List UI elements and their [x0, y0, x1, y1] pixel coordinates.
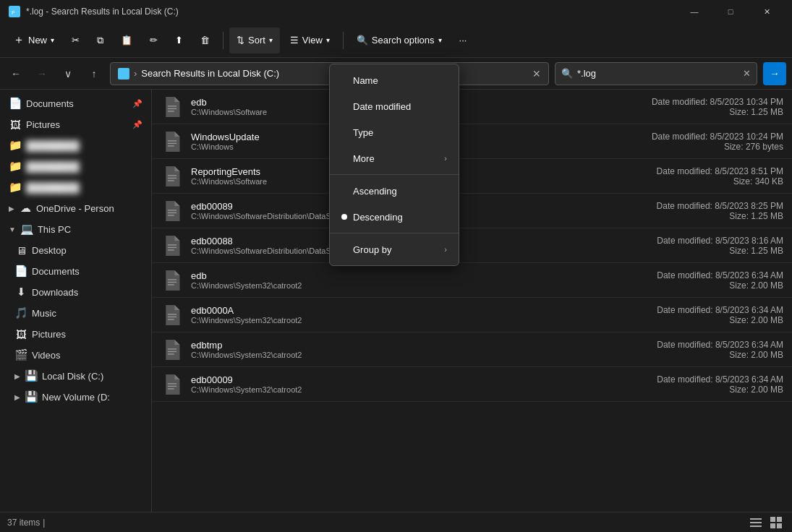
sort-menu-groupby[interactable]: Group by ›	[330, 236, 459, 262]
sort-menu-date-modified[interactable]: Date modified	[330, 93, 459, 119]
sort-button[interactable]: ⇅ Sort ▾	[229, 27, 280, 53]
sidebar-item-videos[interactable]: 🎬 Videos	[3, 345, 148, 365]
descending-dot	[341, 214, 347, 220]
sidebar-item-onedrive[interactable]: ▶ ☁ OneDrive - Person	[3, 198, 148, 218]
sort-menu-type[interactable]: Type	[330, 119, 459, 145]
more-button[interactable]: ···	[452, 27, 474, 53]
sidebar-item-downloads[interactable]: ⬇ Downloads	[3, 282, 148, 302]
file-date: Date modified: 8/5/2023 8:16 AM	[657, 236, 783, 246]
new-button[interactable]: ＋ New ▾	[6, 27, 61, 53]
maximize-button[interactable]: □	[714, 0, 747, 23]
file-meta: Date modified: 8/5/2023 10:34 PM Size: 1…	[652, 97, 783, 117]
file-row[interactable]: edb C:\Windows\Software Date modified: 8…	[152, 90, 792, 124]
file-meta: Date modified: 8/5/2023 6:34 AM Size: 2.…	[657, 305, 783, 325]
sidebar-item-documents[interactable]: 📄 Documents 📌	[3, 93, 148, 113]
groupby-arrow: ›	[444, 245, 447, 254]
svg-rect-25	[168, 353, 174, 354]
sort-menu-more[interactable]: More ›	[330, 145, 459, 171]
sidebar: 📄 Documents 📌 🖼 Pictures 📌 📁 ████████ 📁 …	[0, 90, 152, 512]
file-path: C:\Windows\System32\catroot2	[191, 385, 657, 394]
forward-button[interactable]: →	[32, 64, 52, 84]
sidebar-item-thispc[interactable]: ▼ 💻 This PC	[3, 219, 148, 239]
paste-button[interactable]: 📋	[114, 27, 140, 53]
file-size: Size: 2.00 MB	[657, 280, 783, 291]
file-row[interactable]: edb00088 C:\Windows\SoftwareDistribution…	[152, 228, 792, 263]
sort-menu-ascending[interactable]: Ascending	[330, 178, 459, 204]
status-bar: 37 items |	[0, 512, 792, 532]
up-button[interactable]: ↑	[84, 64, 104, 84]
onedrive-expand: ▶	[9, 205, 14, 213]
file-row[interactable]: ReportingEvents C:\Windows\Software Date…	[152, 159, 792, 194]
share-button[interactable]: ⬆	[168, 27, 190, 53]
file-row[interactable]: edb0000A C:\Windows\System32\catroot2 Da…	[152, 298, 792, 332]
sidebar-item-blurred3[interactable]: 📁 ████████	[3, 177, 148, 197]
search-input[interactable]	[577, 68, 738, 79]
sort-menu-descending[interactable]: Descending	[330, 204, 459, 230]
svg-rect-3	[168, 108, 176, 108]
sidebar-item-desktop[interactable]: 🖥 Desktop	[3, 240, 148, 260]
sidebar-label-desktop: Desktop	[32, 245, 67, 256]
search-clear-button[interactable]: ✕	[743, 68, 751, 79]
cut-button[interactable]: ✂	[64, 27, 87, 53]
back-button[interactable]: ←	[6, 64, 26, 84]
file-row[interactable]: edbtmp C:\Windows\System32\catroot2 Date…	[152, 332, 792, 367]
sidebar-item-localdisk[interactable]: ▶ 💾 Local Disk (C:)	[3, 366, 148, 386]
share-icon: ⬆	[175, 35, 183, 46]
sort-groupby-label: Group by	[353, 244, 391, 255]
recent-button[interactable]: ∨	[58, 64, 78, 84]
sidebar-item-blurred1[interactable]: 📁 ████████	[3, 135, 148, 155]
file-name: edb00009	[191, 374, 657, 385]
sidebar-label-music: Music	[32, 308, 56, 319]
toolbar-separator-2	[343, 32, 344, 49]
sidebar-item-newvolume[interactable]: ▶ 💾 New Volume (D:	[3, 387, 148, 407]
file-row[interactable]: edb C:\Windows\System32\catroot2 Date mo…	[152, 263, 792, 298]
thispc-icon: 💻	[20, 223, 33, 236]
rename-icon: ✏	[150, 35, 158, 46]
pin-icon-documents: 📌	[132, 99, 142, 108]
sidebar-item-pictures[interactable]: 🖼 Pictures 📌	[3, 114, 148, 134]
path-close-button[interactable]: ✕	[532, 68, 541, 80]
sidebar-label-videos: Videos	[32, 350, 61, 361]
documents-icon: 📄	[9, 97, 22, 110]
rename-button[interactable]: ✏	[142, 27, 165, 53]
file-row[interactable]: edb00009 C:\Windows\System32\catroot2 Da…	[152, 367, 792, 402]
delete-button[interactable]: 🗑	[193, 27, 217, 53]
grid-view-button[interactable]	[767, 514, 785, 531]
sidebar-label-pictures2: Pictures	[32, 329, 66, 340]
file-meta: Date modified: 8/5/2023 8:16 AM Size: 1.…	[657, 236, 783, 256]
sidebar-item-blurred2[interactable]: 📁 ████████	[3, 156, 148, 176]
content-area: edb C:\Windows\Software Date modified: 8…	[152, 90, 792, 512]
svg-rect-8	[168, 175, 176, 176]
downloads-icon: ⬇	[14, 286, 27, 299]
view-button[interactable]: ☰ View ▾	[283, 27, 337, 53]
copy-button[interactable]: ⧉	[90, 27, 111, 53]
folder-icon-3: 📁	[9, 181, 22, 194]
search-box: 🔍 ✕	[555, 62, 757, 85]
music-icon: 🎵	[14, 306, 27, 319]
file-row[interactable]: WindowsUpdate C:\Windows Date modified: …	[152, 124, 792, 159]
more-arrow: ›	[444, 154, 447, 163]
delete-icon: 🗑	[200, 35, 210, 46]
sidebar-item-pictures2[interactable]: 🖼 Pictures	[3, 324, 148, 344]
search-submit-button[interactable]: →	[763, 62, 786, 85]
sort-menu-divider-2	[330, 233, 459, 233]
close-button[interactable]: ✕	[750, 0, 783, 23]
file-info: edbtmp C:\Windows\System32\catroot2	[191, 340, 657, 359]
file-row[interactable]: edb00089 C:\Windows\SoftwareDistribution…	[152, 194, 792, 228]
list-view-button[interactable]	[747, 514, 765, 531]
desktop-icon: 🖥	[14, 244, 27, 257]
sidebar-item-music[interactable]: 🎵 Music	[3, 303, 148, 323]
search-options-button[interactable]: 🔍 Search options ▾	[349, 27, 449, 53]
file-name: edb	[191, 270, 657, 281]
copy-icon: ⧉	[97, 35, 103, 46]
sidebar-item-documents2[interactable]: 📄 Documents	[3, 261, 148, 281]
localdisk-icon: 💾	[25, 369, 38, 382]
sort-menu-name[interactable]: Name	[330, 67, 459, 93]
svg-rect-22	[168, 319, 174, 319]
minimize-button[interactable]: —	[678, 0, 711, 23]
svg-rect-23	[168, 348, 176, 349]
pictures-icon: 🖼	[9, 119, 22, 131]
pictures2-icon: 🖼	[14, 328, 27, 340]
documents2-icon: 📄	[14, 265, 27, 278]
new-label: New	[28, 35, 47, 46]
